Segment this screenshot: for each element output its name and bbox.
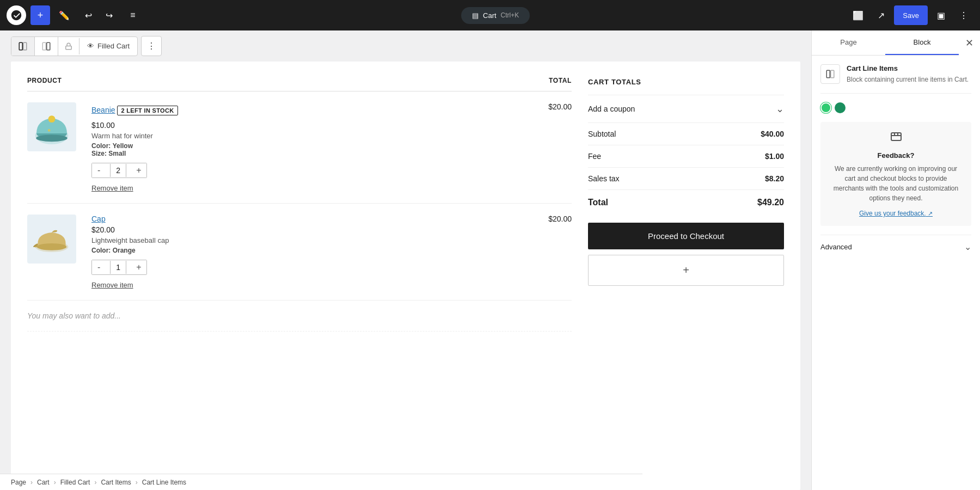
cart-pill[interactable]: ▤ Cart Ctrl+K [461,7,530,24]
svg-rect-2 [42,42,46,50]
cap-link[interactable]: Cap [91,215,106,223]
total-column-header: TOTAL [499,72,572,91]
block-info: Cart Line Items Block containing current… [820,64,971,94]
coupon-chevron-icon: ⌄ [776,103,784,115]
cap-qty-control: - 1 + [91,260,147,275]
subtotal-value: $40.00 [761,130,784,138]
undo-button[interactable]: ↩ [78,5,98,25]
tax-row: Sales tax $8.20 [588,168,784,190]
beanie-stock-badge: 2 LEFT IN STOCK [117,106,177,115]
breadcrumb-sep-4: › [136,479,138,486]
topbar-right: ⬜ ↗ Save ▣ ⋮ [848,5,973,25]
cap-qty-decrease[interactable]: - [92,260,106,274]
menu-button[interactable]: ≡ [123,5,143,25]
sidebar: Page Block ✕ Cart Line Items Block conta… [811,30,980,490]
beanie-qty-increase[interactable]: + [131,163,146,177]
beanie-image [27,102,76,151]
breadcrumb-cart[interactable]: Cart [37,479,50,486]
wp-logo [7,5,26,25]
beanie-remove-link[interactable]: Remove item [91,184,133,192]
svg-rect-12 [831,70,834,78]
coupon-row[interactable]: Add a coupon ⌄ [588,95,784,123]
feedback-text: We are currently working on improving ou… [829,164,963,203]
block-icon [820,64,840,84]
breadcrumb-page[interactable]: Page [11,479,26,486]
sidebar-close-button[interactable]: ✕ [959,30,980,56]
cap-remove-link[interactable]: Remove item [91,281,133,289]
redo-button[interactable]: ↪ [99,5,119,25]
advanced-label: Advanced [820,243,852,251]
breadcrumb-cart-items[interactable]: Cart Items [101,479,131,486]
tax-label: Sales tax [588,174,620,183]
cap-qty-increase[interactable]: + [131,260,146,274]
beanie-size: Size: Small [91,150,178,157]
breadcrumb-filled-cart[interactable]: Filled Cart [60,479,90,486]
edit-mode-button[interactable]: ✏️ [54,5,74,25]
svg-rect-13 [891,133,901,140]
toolbar-more-button[interactable]: ⋮ [141,36,162,56]
toggle-left-button[interactable] [11,37,35,56]
cart-totals-title: CART TOTALS [588,78,784,86]
toggle-right-button[interactable] [35,37,58,56]
cart-shortcut: Ctrl+K [501,11,519,19]
view-button[interactable]: ⬜ [848,5,868,25]
lock-button[interactable] [58,38,79,54]
fee-label: Fee [588,152,601,161]
color-dot-dark-green [835,102,846,113]
cart-layout: PRODUCT TOTAL [27,72,784,332]
cart-icon: ▤ [472,11,479,20]
cart-right: CART TOTALS Add a coupon ⌄ Subtotal $40.… [588,72,784,291]
fee-row: Fee $1.00 [588,145,784,168]
topbar-center: ▤ Cart Ctrl+K [147,7,844,24]
tab-block[interactable]: Block [885,30,959,55]
beanie-price: $10.00 [91,121,178,130]
feedback-box: Feedback? We are currently working on im… [820,122,971,226]
product-column-header: PRODUCT [27,72,499,91]
canvas: PRODUCT TOTAL [11,62,800,490]
beanie-qty-decrease[interactable]: - [92,163,106,177]
top-bar: + ✏️ ↩ ↪ ≡ ▤ Cart Ctrl+K ⬜ ↗ Save ▣ ⋮ [0,0,980,30]
breadcrumb-cart-line-items[interactable]: Cart Line Items [142,479,186,486]
sidebar-header: Page Block ✕ [812,30,980,56]
overflow-menu-button[interactable]: ⋮ [954,5,973,25]
svg-point-10 [37,243,66,250]
cart-totals: CART TOTALS Add a coupon ⌄ Subtotal $40.… [588,72,784,291]
total-row: Total $49.20 [588,190,784,214]
breadcrumb-sep-1: › [30,479,33,486]
cap-product-cell: Cap $20.00 Lightweight baseball cap Colo… [27,204,499,301]
feedback-link[interactable]: Give us your feedback. ↗ [859,210,933,217]
settings-panel-button[interactable]: ▣ [931,5,951,25]
svg-point-8 [48,129,51,132]
table-row: Cap $20.00 Lightweight baseball cap Colo… [27,204,572,301]
advanced-section[interactable]: Advanced ⌄ [820,235,971,259]
sidebar-content: Cart Line Items Block containing current… [812,56,980,490]
status-bar: Page › Cart › Filled Cart › Cart Items ›… [0,474,642,490]
editor-area: 👁 Filled Cart ⋮ PRODUCT TOTAL [0,30,811,490]
beanie-qty-value: 2 [110,164,126,177]
proceed-to-checkout-button[interactable]: Proceed to Checkout [588,223,784,249]
add-block-topbar-button[interactable]: + [30,5,50,25]
beanie-product-cell: Beanie 2 LEFT IN STOCK $10.00 Warm hat f… [27,91,499,204]
coupon-label: Add a coupon [588,105,635,113]
color-indicators [820,102,971,113]
add-block-button[interactable]: + [588,255,784,286]
cap-description: Lightweight baseball cap [91,236,169,244]
cart-label: Cart [483,11,497,20]
beanie-link[interactable]: Beanie [91,106,115,114]
save-button[interactable]: Save [894,5,928,25]
beanie-details: Beanie 2 LEFT IN STOCK $10.00 Warm hat f… [83,102,178,192]
cap-image [27,215,76,264]
more-items-hint: You may also want to add... [27,301,572,332]
cap-price: $20.00 [91,225,169,234]
cart-left: PRODUCT TOTAL [27,72,572,332]
tab-page[interactable]: Page [812,30,885,55]
filled-cart-label: Filled Cart [97,42,130,50]
feedback-title: Feedback? [829,151,963,160]
external-link-button[interactable]: ↗ [871,5,891,25]
subtotal-label: Subtotal [588,130,616,138]
svg-point-6 [48,115,56,122]
block-toolbar: 👁 Filled Cart ⋮ [0,30,811,62]
total-value: $49.20 [757,198,784,207]
cap-details: Cap $20.00 Lightweight baseball cap Colo… [83,215,169,289]
svg-point-7 [36,134,68,142]
